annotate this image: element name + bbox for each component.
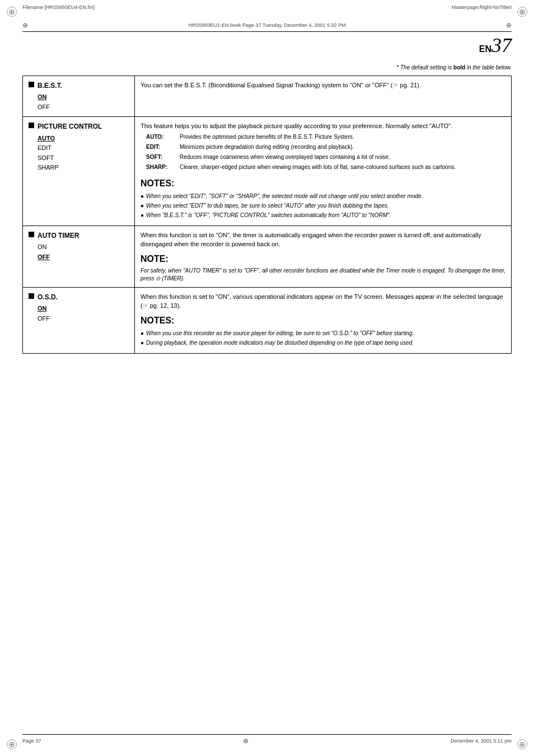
soft-key: SOFT: (146, 153, 180, 163)
footer-date: December 4, 2001 5:11 pm (451, 738, 512, 744)
osd-off: OFF (38, 315, 50, 322)
crosshair-right: ⊕ (506, 21, 512, 29)
pic-ctrl-notes-header: NOTES: (140, 177, 505, 190)
auto-timer-options: ON OFF (38, 242, 129, 262)
reg-mark-bl (7, 739, 17, 749)
edit-key: EDIT: (146, 143, 180, 153)
note-1-text: When you select "EDIT", "SOFT" or "SHARP… (146, 192, 423, 200)
footer-crosshair: ⊕ (243, 737, 249, 745)
table-row: AUTO TIMER ON OFF When this function is … (23, 226, 512, 287)
auto-timer-description: When this function is set to "ON", the t… (140, 231, 505, 249)
table-row: O.S.D. ON OFF When this function is set … (23, 287, 512, 353)
best-options: ON OFF (38, 92, 129, 112)
auto-val: Provides the optimised picture benefits … (180, 133, 505, 143)
note-3-text: When "B.E.S.T." is "OFF", "PICTURE CONTR… (146, 212, 391, 219)
page-number: 37 (491, 34, 512, 57)
pic-ctrl-sharp: SHARP (38, 164, 59, 171)
best-left-col: B.E.S.T. ON OFF (23, 76, 135, 117)
sub-entry-sharp: SHARP: Clearer, sharper-edged picture wh… (146, 163, 505, 173)
auto-timer-label: AUTO TIMER (38, 231, 79, 241)
pic-ctrl-setting-name: PICTURE CONTROL (29, 121, 129, 132)
pic-ctrl-label: PICTURE CONTROL (38, 121, 102, 132)
osd-note-2: ● During playback, the operation mode in… (140, 339, 505, 347)
auto-timer-left-col: AUTO TIMER ON OFF (23, 226, 135, 287)
best-on: ON (38, 93, 47, 100)
best-description: You can set the B.E.S.T. (Biconditional … (140, 82, 421, 88)
filename-label: Filename [HRS5950EU4-EN.fm] (22, 4, 95, 10)
main-table: B.E.S.T. ON OFF You can set the B.E.S.T.… (22, 76, 512, 354)
osd-note-1-text: When you use this recorder as the source… (146, 330, 414, 337)
pic-ctrl-square-icon (29, 123, 34, 128)
best-setting-name: B.E.S.T. (29, 81, 129, 91)
osd-on: ON (38, 305, 47, 312)
pic-ctrl-edit: EDIT (38, 144, 51, 151)
best-label: B.E.S.T. (38, 81, 62, 91)
osd-bullet-2: ● (140, 339, 144, 347)
pic-ctrl-note-1: ● When you select "EDIT", "SOFT" or "SHA… (140, 192, 505, 200)
footer-bar: Page 37 ⊕ December 4, 2001 5:11 pm (22, 734, 512, 745)
soft-val: Reduces image coarseness when viewing ov… (180, 153, 505, 163)
auto-timer-off: OFF (38, 253, 50, 260)
best-off: OFF (38, 104, 50, 110)
pic-ctrl-right-col: This feature helps you to adjust the pla… (135, 117, 512, 226)
osd-square-icon (29, 293, 34, 299)
sub-entry-edit: EDIT: Minimizes picture degradation duri… (146, 143, 505, 153)
osd-description: When this function is set to "ON", vario… (140, 292, 505, 311)
auto-timer-note-text: For safety, when "AUTO TIMER" is set to … (140, 267, 505, 283)
header-bar: Filename [HRS5950EU4-EN.fm] Masterpage:R… (22, 4, 512, 10)
pic-ctrl-note-3: ● When "B.E.S.T." is "OFF", "PICTURE CON… (140, 212, 505, 219)
subheader-text: HRS5950EU1-EN.book Page 37 Tuesday, Dece… (189, 22, 346, 28)
osd-note-2-text: During playback, the operation mode indi… (146, 339, 414, 347)
osd-left-col: O.S.D. ON OFF (23, 287, 135, 353)
footer-page-label: Page 37 (22, 738, 41, 744)
pic-ctrl-left-col: PICTURE CONTROL AUTO EDIT SOFT SHARP (23, 117, 135, 226)
page-number-area: EN 37 (479, 34, 512, 57)
masterpage-label: Masterpage:Right-NoTitle0 (452, 4, 512, 10)
sub-entry-auto: AUTO: Provides the optimised picture ben… (146, 133, 505, 143)
edit-val: Minimizes picture degradation during edi… (180, 143, 505, 153)
bullet-3: ● (140, 212, 144, 219)
default-note: * The default setting is bold in the tab… (396, 64, 512, 71)
auto-timer-right-col: When this function is set to "ON", the t… (135, 226, 512, 287)
pic-ctrl-options: AUTO EDIT SOFT SHARP (38, 134, 129, 173)
osd-right-col: When this function is set to "ON", vario… (135, 287, 512, 353)
osd-setting-name: O.S.D. (29, 292, 129, 303)
en-label: EN (479, 44, 491, 54)
note-2-text: When you select "EDIT" to dub tapes, be … (146, 202, 389, 210)
bullet-2: ● (140, 202, 144, 210)
reg-mark-tr (517, 7, 527, 17)
osd-note-1: ● When you use this recorder as the sour… (140, 330, 505, 337)
pic-ctrl-auto: AUTO (38, 135, 55, 142)
sharp-val: Clearer, sharper-edged picture when view… (180, 163, 505, 173)
osd-notes-header: NOTES: (140, 314, 505, 327)
auto-timer-setting-name: AUTO TIMER (29, 231, 129, 241)
pic-ctrl-description: This feature helps you to adjust the pla… (140, 121, 505, 131)
pic-ctrl-note-2: ● When you select "EDIT" to dub tapes, b… (140, 202, 505, 210)
sub-header: ⊕ HRS5950EU1-EN.book Page 37 Tuesday, De… (22, 21, 512, 32)
bullet-1: ● (140, 192, 144, 200)
sharp-key: SHARP: (146, 163, 180, 173)
best-square-icon (29, 82, 34, 87)
pic-ctrl-sub-entries: AUTO: Provides the optimised picture ben… (146, 133, 505, 173)
sub-entry-soft: SOFT: Reduces image coarseness when view… (146, 153, 505, 163)
auto-timer-on: ON (38, 243, 47, 250)
reg-mark-br (517, 739, 527, 749)
auto-key: AUTO: (146, 133, 180, 143)
table-row: PICTURE CONTROL AUTO EDIT SOFT SHARP Thi… (23, 117, 512, 226)
table-row: B.E.S.T. ON OFF You can set the B.E.S.T.… (23, 76, 512, 117)
auto-timer-square-icon (29, 232, 34, 237)
pic-ctrl-soft: SOFT (38, 154, 54, 161)
reg-mark-tl (7, 7, 17, 17)
osd-options: ON OFF (38, 304, 129, 323)
best-right-col: You can set the B.E.S.T. (Biconditional … (135, 76, 512, 117)
osd-label: O.S.D. (38, 292, 58, 303)
crosshair-left: ⊕ (22, 21, 28, 29)
auto-timer-note-header: NOTE: (140, 252, 505, 266)
osd-bullet-1: ● (140, 330, 144, 337)
